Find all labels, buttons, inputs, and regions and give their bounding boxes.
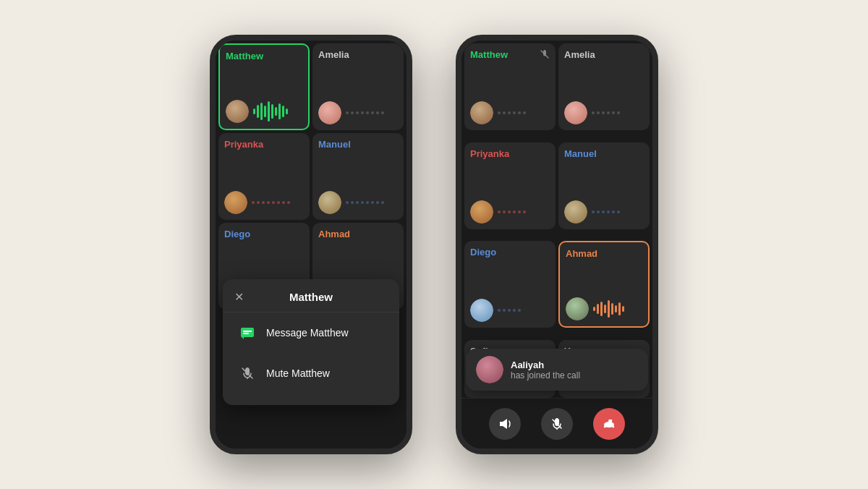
participant-manuel-left[interactable]: Manuel xyxy=(312,133,404,220)
message-icon xyxy=(237,323,258,343)
participant-name-ahmad: Ahmad xyxy=(318,229,398,239)
avatar-amelia-r xyxy=(564,101,587,124)
participant-matthew-left[interactable]: Matthew xyxy=(218,43,310,130)
participant-name-amelia-r: Amelia xyxy=(564,49,644,60)
notification-toast: Aaliyah has joined the call xyxy=(466,349,648,391)
participant-priyanka-left[interactable]: Priyanka xyxy=(218,133,310,220)
participant-name-priyanka-r: Priyanka xyxy=(470,148,550,159)
bottom-controls xyxy=(461,398,652,448)
context-menu-title: Matthew xyxy=(289,291,333,303)
participant-name-manuel-r: Manuel xyxy=(564,148,644,159)
participant-name-manuel: Manuel xyxy=(318,139,398,150)
avatar-diego-r xyxy=(470,299,493,322)
dots-amelia-r xyxy=(592,111,644,114)
toast-avatar xyxy=(476,356,503,383)
participant-manuel-right[interactable]: Manuel xyxy=(558,143,650,229)
participant-matthew-right[interactable]: Matthew xyxy=(464,43,556,130)
waveform-matthew xyxy=(253,101,302,122)
participant-name-diego: Diego xyxy=(224,229,304,239)
participants-grid-left: Matthew xyxy=(216,41,407,312)
dots-diego-r xyxy=(498,309,550,312)
participant-name-amelia: Amelia xyxy=(318,49,398,60)
message-menu-item[interactable]: Message Matthew xyxy=(223,312,399,353)
waveform-ahmad xyxy=(593,300,642,318)
mic-off-icon xyxy=(540,49,550,61)
participant-name-priyanka: Priyanka xyxy=(224,139,304,150)
dots-manuel xyxy=(346,201,398,204)
participant-amelia-right[interactable]: Amelia xyxy=(558,43,650,130)
close-button[interactable]: ✕ xyxy=(234,290,244,304)
participant-name-matthew: Matthew xyxy=(226,51,302,61)
dots-priyanka-r xyxy=(498,211,550,213)
dots-matthew-r xyxy=(498,111,550,114)
dots-amelia xyxy=(346,111,398,114)
end-call-button[interactable] xyxy=(593,408,625,440)
avatar-manuel-r xyxy=(564,200,587,224)
toast-text-block: Aaliyah has joined the call xyxy=(511,360,580,380)
context-menu: ✕ Matthew Message Matthew xyxy=(223,279,399,405)
message-item-label: Message Matthew xyxy=(266,327,349,339)
participant-amelia-left[interactable]: Amelia xyxy=(312,43,404,130)
dots-priyanka xyxy=(252,201,304,204)
mute-menu-item[interactable]: Mute Matthew xyxy=(223,353,399,394)
phone-left: Matthew xyxy=(210,35,412,454)
toast-message: has joined the call xyxy=(511,370,580,380)
mute-item-label: Mute Matthew xyxy=(266,367,330,379)
scene: Matthew xyxy=(210,35,658,454)
mute-icon xyxy=(237,363,258,383)
svg-rect-2 xyxy=(243,333,249,334)
participant-name-ahmad-r: Ahmad xyxy=(566,248,642,259)
avatar-priyanka xyxy=(224,191,247,214)
participant-name-diego-r: Diego xyxy=(470,247,550,258)
avatar-manuel xyxy=(318,191,341,214)
speaker-button[interactable] xyxy=(489,408,521,440)
avatar-amelia xyxy=(318,101,341,124)
svg-rect-0 xyxy=(241,328,254,337)
svg-rect-1 xyxy=(243,331,252,332)
avatar-ahmad-r xyxy=(566,297,589,320)
dots-manuel-r xyxy=(592,211,644,213)
mute-button[interactable] xyxy=(541,408,573,440)
participant-ahmad-right[interactable]: Ahmad xyxy=(558,241,650,328)
avatar-matthew-r xyxy=(470,101,493,124)
avatar-priyanka-r xyxy=(470,200,493,224)
participant-name-matthew-r: Matthew xyxy=(470,49,550,60)
context-menu-header: ✕ Matthew xyxy=(223,291,399,312)
toast-name: Aaliyah xyxy=(511,360,580,370)
participant-priyanka-right[interactable]: Priyanka xyxy=(464,143,556,229)
avatar-matthew xyxy=(226,100,249,123)
participant-diego-right[interactable]: Diego xyxy=(464,241,556,328)
phone-right: Matthew xyxy=(456,35,658,454)
